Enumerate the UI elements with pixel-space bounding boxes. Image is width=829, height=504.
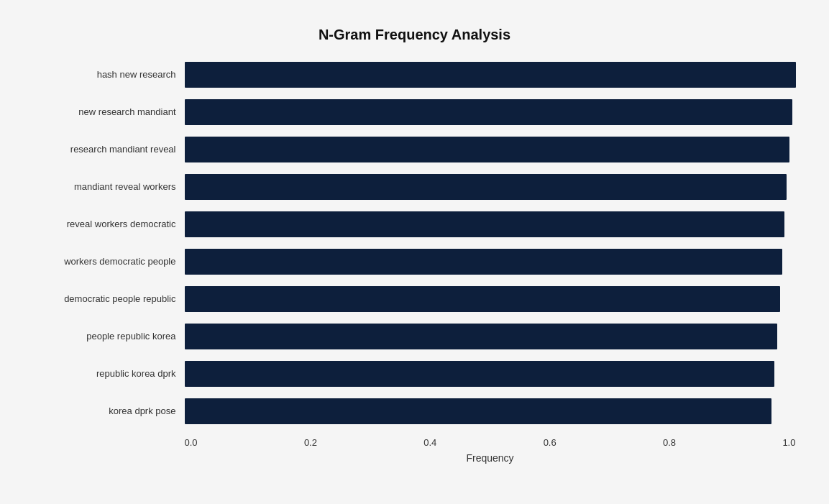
x-tick: 0.8 (663, 437, 676, 448)
x-tick: 0.0 (185, 437, 198, 448)
x-tick: 1.0 (782, 437, 795, 448)
bar-fill (185, 249, 782, 275)
bar-label: research mandiant reveal (34, 144, 185, 155)
bar-label: hash new research (34, 69, 185, 80)
chart-title: N-Gram Frequency Analysis (34, 27, 796, 43)
bar-fill (185, 99, 793, 125)
bar-label: korea dprk pose (34, 406, 185, 416)
bar-track (185, 324, 796, 349)
bar-fill (185, 211, 785, 237)
bar-label: mandiant reveal workers (34, 181, 185, 192)
bar-fill (185, 286, 781, 312)
x-tick: 0.6 (544, 437, 557, 448)
bar-track (185, 211, 796, 237)
bar-track (185, 361, 796, 387)
bar-row: hash new research (34, 58, 796, 92)
x-tick: 0.4 (423, 437, 436, 448)
chart-container: N-Gram Frequency Analysis hash new resea… (19, 12, 810, 492)
bar-track (185, 99, 796, 125)
bar-row: new research mandiant (34, 95, 796, 129)
bar-label: new research mandiant (34, 106, 185, 117)
bar-row: people republic korea (34, 319, 796, 354)
x-axis-label: Frequency (34, 452, 796, 464)
bar-section: hash new researchnew research mandiantre… (34, 58, 796, 431)
x-axis-ticks: 0.00.20.40.60.81.0 (185, 437, 796, 448)
bar-label: reveal workers democratic (34, 219, 185, 229)
bar-row: research mandiant reveal (34, 132, 796, 167)
bar-fill (185, 137, 790, 162)
bar-fill (185, 361, 774, 387)
bar-fill (185, 324, 778, 349)
bar-fill (185, 398, 771, 424)
bar-row: reveal workers democratic (34, 207, 796, 242)
bar-row: workers democratic people (34, 244, 796, 279)
bar-track (185, 137, 796, 162)
bar-track (185, 174, 796, 200)
bar-track (185, 398, 796, 424)
bar-label: republic korea dprk (34, 368, 185, 379)
bar-fill (185, 62, 796, 88)
bar-label: democratic people republic (34, 293, 185, 304)
bar-row: korea dprk pose (34, 394, 796, 429)
bar-row: mandiant reveal workers (34, 170, 796, 204)
bar-fill (185, 174, 787, 200)
bar-label: workers democratic people (34, 256, 185, 267)
bar-label: people republic korea (34, 331, 185, 342)
bar-row: democratic people republic (34, 282, 796, 316)
bar-track (185, 286, 796, 312)
bar-row: republic korea dprk (34, 357, 796, 391)
bar-track (185, 62, 796, 88)
chart-area: hash new researchnew research mandiantre… (34, 58, 796, 464)
x-axis: 0.00.20.40.60.81.0 (34, 437, 796, 448)
bar-track (185, 249, 796, 275)
x-tick: 0.2 (304, 437, 317, 448)
